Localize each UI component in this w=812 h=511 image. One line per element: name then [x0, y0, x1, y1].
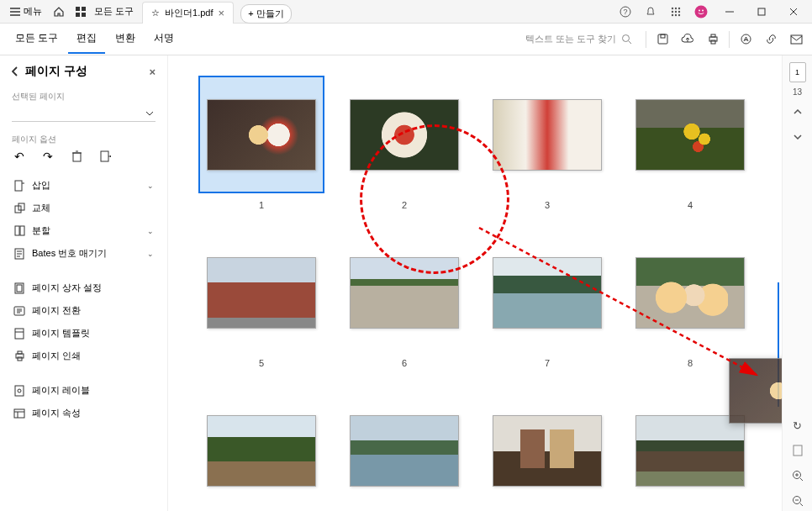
svg-rect-23 [711, 34, 715, 37]
print-icon[interactable] [704, 30, 722, 49]
ai-icon[interactable] [736, 30, 755, 49]
page-thumbnail-2[interactable]: 2 [341, 76, 467, 210]
home-icon[interactable] [49, 2, 69, 22]
delete-icon[interactable] [69, 149, 84, 164]
page-thumbnail-1[interactable]: 1 [198, 76, 324, 210]
minimize-button[interactable] [714, 0, 745, 24]
svg-point-12 [672, 13, 673, 15]
page-number: 7 [545, 358, 550, 368]
page-number: 5 [259, 358, 264, 368]
sidebar-item-label: 삽입 [32, 179, 50, 192]
document-tab[interactable]: ☆ 바인더1.pdf × [142, 2, 234, 24]
account-icon[interactable] [689, 2, 713, 22]
page-thumbnail-8[interactable]: 8 [627, 234, 753, 368]
svg-rect-27 [73, 153, 81, 161]
svg-rect-33 [20, 226, 24, 235]
search-placeholder: 텍스트 또는 도구 찾기 [525, 33, 616, 45]
extract-icon[interactable] [98, 149, 113, 164]
tab-sign[interactable]: 서명 [145, 24, 182, 54]
sidebar-item-properties[interactable]: 페이지 속성 [12, 402, 156, 424]
svg-point-6 [672, 7, 673, 8]
close-panel-icon[interactable]: × [149, 66, 156, 78]
svg-point-15 [695, 5, 708, 18]
page-thumbnail-7[interactable]: 7 [484, 234, 610, 368]
page-thumbnail-5[interactable]: 5 [198, 234, 324, 368]
sidebar-item-transitions[interactable]: 페이지 전환 [12, 299, 156, 322]
tab-title: 바인더1.pdf [165, 7, 213, 19]
tab-edit[interactable]: 편집 [68, 24, 105, 54]
sidebar-item-label: 페이지 템플릿 [32, 327, 90, 340]
help-icon[interactable]: ? [614, 2, 637, 22]
mail-icon[interactable] [787, 30, 805, 49]
page-number: 4 [688, 200, 693, 210]
page-view-icon[interactable] [788, 440, 808, 461]
tab-all-tools[interactable]: 모든 도구 [7, 24, 66, 54]
sidebar-item-label: 페이지 레이블 [32, 384, 90, 397]
page-thumbnail-10[interactable]: 10 [341, 392, 467, 511]
svg-rect-28 [101, 151, 108, 161]
sidebar-item-split[interactable]: 분할 ⌄ [12, 219, 156, 242]
create-button[interactable]: + 만들기 [240, 4, 291, 24]
svg-rect-32 [15, 226, 19, 235]
sidebar-item-print[interactable]: 페이지 인쇄 [12, 345, 156, 367]
menu-label: 메뉴 [24, 5, 42, 18]
rotate-left-icon[interactable]: ↶ [12, 149, 27, 164]
insert-icon [13, 180, 25, 192]
rotate-right-icon[interactable]: ↷ [40, 149, 55, 164]
drag-ghost-thumbnail [729, 358, 782, 424]
page-thumbnail-3[interactable]: 3 [484, 76, 610, 210]
svg-point-9 [672, 10, 673, 12]
apps-icon[interactable] [664, 2, 688, 22]
search-input[interactable]: 텍스트 또는 도구 찾기 [519, 29, 639, 49]
total-pages: 13 [793, 87, 802, 97]
svg-point-16 [699, 9, 700, 11]
sidebar-item-replace[interactable]: 교체 [12, 197, 156, 219]
sidebar-item-page-boxes[interactable]: 페이지 상자 설정 [12, 277, 156, 299]
svg-point-14 [678, 13, 680, 15]
svg-rect-26 [791, 35, 802, 44]
svg-rect-21 [661, 34, 665, 38]
page-up-icon[interactable] [788, 102, 808, 122]
save-icon[interactable] [653, 30, 672, 49]
chevron-down-icon [145, 111, 154, 116]
svg-point-8 [678, 7, 680, 8]
zoom-in-icon[interactable] [788, 466, 808, 486]
page-thumbnail-11[interactable]: 11 [484, 392, 610, 511]
replace-icon [13, 203, 25, 214]
cloud-icon[interactable] [678, 30, 697, 49]
back-icon[interactable] [12, 66, 18, 76]
sidebar-item-bates[interactable]: Bates 번호 매기기 ⌄ [12, 242, 156, 265]
sidebar-item-templates[interactable]: 페이지 템플릿 [12, 322, 156, 345]
selected-pages-dropdown[interactable] [12, 106, 156, 122]
menu-button[interactable]: 메뉴 [5, 3, 47, 20]
page-options-label: 페이지 옵션 [12, 134, 156, 145]
svg-rect-44 [14, 409, 24, 418]
current-page-indicator[interactable]: 1 [789, 62, 806, 82]
tab-convert[interactable]: 변환 [107, 24, 144, 54]
page-down-icon[interactable] [788, 127, 808, 147]
svg-rect-3 [82, 13, 86, 17]
sidebar-item-label: Bates 번호 매기기 [32, 247, 107, 260]
svg-point-11 [678, 10, 680, 12]
sidebar-item-label: 분할 [32, 224, 50, 237]
close-tab-icon[interactable]: × [219, 7, 225, 19]
refresh-icon[interactable]: ↻ [788, 415, 808, 435]
sidebar-item-insert[interactable]: 삽입 ⌄ [12, 174, 156, 197]
page-thumbnail-4[interactable]: 4 [627, 76, 753, 210]
maximize-button[interactable] [746, 0, 777, 24]
close-window-button[interactable] [778, 0, 809, 24]
sidebar-item-labels[interactable]: 페이지 레이블 [12, 379, 156, 402]
zoom-out-icon[interactable] [788, 491, 808, 511]
chevron-down-icon: ⌄ [147, 250, 154, 258]
star-icon: ☆ [151, 8, 160, 18]
all-tools-icon[interactable] [71, 2, 91, 22]
divider [646, 31, 646, 48]
plus-icon: + [248, 8, 253, 18]
page-thumbnail-6[interactable]: 6 [341, 234, 467, 368]
print-icon [13, 350, 25, 362]
properties-icon [13, 408, 25, 419]
chevron-down-icon: ⌄ [147, 227, 154, 235]
link-icon[interactable] [762, 30, 780, 49]
notification-icon[interactable] [639, 2, 662, 22]
page-thumbnail-9[interactable]: 9 [198, 392, 324, 511]
